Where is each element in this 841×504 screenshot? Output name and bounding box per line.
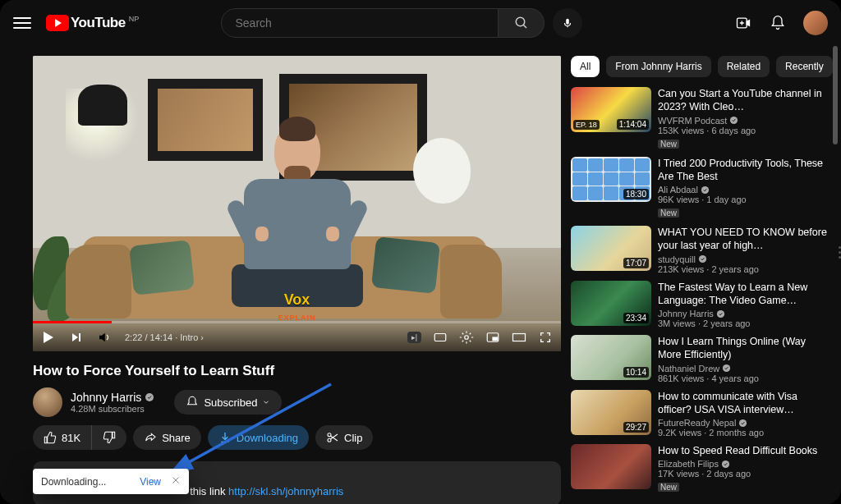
recommendation-channel: studyquill — [658, 254, 831, 264]
guide-menu-icon[interactable] — [13, 14, 31, 32]
channel-name[interactable]: Johnny Harris — [71, 391, 141, 404]
svg-point-13 — [701, 186, 709, 193]
duration-badge: 17:07 — [623, 258, 649, 268]
recommendation-channel: WVFRM Podcast — [658, 116, 831, 126]
recommendation-meta: 153K views · 6 days ago — [658, 126, 831, 135]
notifications-button[interactable] — [769, 14, 787, 32]
new-badge: New — [658, 208, 679, 218]
svg-point-12 — [730, 117, 738, 124]
recommendation-item[interactable]: 18:30 I Tried 200 Productivity Tools, Th… — [571, 157, 831, 220]
svg-point-14 — [699, 255, 706, 263]
duration-badge: 18:30 — [623, 189, 649, 199]
settings-button[interactable] — [459, 330, 474, 345]
verified-icon — [145, 392, 154, 402]
verified-icon — [738, 419, 747, 428]
youtube-logo[interactable]: YouTube NP — [46, 15, 139, 31]
like-button[interactable]: 81K — [33, 425, 92, 450]
verified-icon — [722, 364, 731, 373]
verified-icon — [701, 186, 710, 195]
recommendation-item[interactable]: 29:27 How to communicate with Visa offic… — [571, 390, 831, 438]
chip-recently[interactable]: Recently — [776, 56, 833, 77]
svg-rect-2 — [567, 19, 570, 25]
episode-tag: EP. 18 — [573, 120, 600, 130]
cc-icon — [433, 330, 448, 345]
svg-point-18 — [722, 460, 729, 468]
clip-button[interactable]: Clip — [315, 425, 373, 450]
svg-point-15 — [717, 309, 724, 317]
recommendation-meta: 17K views · 2 days ago — [658, 469, 831, 479]
watermark-vox: Vox — [284, 291, 310, 309]
fullscreen-button[interactable] — [538, 330, 553, 345]
new-badge: New — [658, 140, 679, 149]
recommendation-item[interactable]: 17:07 WHAT YOU NEED TO KNOW before your … — [571, 226, 831, 274]
scissors-icon — [326, 431, 339, 444]
video-title: How to Force Yourself to Learn Stuff — [33, 363, 561, 379]
recommendation-thumbnail: 29:27 — [571, 390, 651, 435]
miniplayer-button[interactable] — [485, 330, 500, 345]
recommendation-item[interactable]: EP. 18 1:14:04 Can you Start a YouTube c… — [571, 87, 831, 150]
bell-icon — [770, 15, 786, 31]
toast-close-button[interactable] — [171, 475, 181, 488]
recommendation-item[interactable]: 10:14 How I Learn Things Online (Way Mor… — [571, 335, 831, 383]
duration-badge: 10:14 — [623, 367, 649, 378]
next-button[interactable] — [69, 330, 84, 345]
create-button[interactable] — [734, 14, 752, 32]
svg-point-17 — [739, 419, 747, 426]
miniplayer-icon — [485, 330, 500, 345]
recommendation-meta: 96K views · 1 day ago — [658, 195, 831, 204]
scrollbar-thumb[interactable] — [833, 46, 838, 144]
svg-rect-7 — [493, 337, 497, 341]
recommendation-thumbnail: 10:14 — [571, 335, 651, 380]
verified-icon — [729, 116, 738, 125]
thumbs-up-icon — [44, 431, 57, 444]
play-icon — [44, 332, 53, 343]
bell-icon — [186, 396, 199, 409]
video-player[interactable]: Vox EXPLAIN 2:22 / 14:14 · Intro › ▸| — [33, 56, 561, 351]
recommendation-channel: Johnny Harris — [658, 309, 831, 318]
svg-rect-4 — [434, 334, 446, 341]
play-button[interactable] — [41, 330, 56, 345]
captions-button[interactable] — [433, 330, 448, 345]
volume-icon — [97, 330, 112, 345]
voice-search-button[interactable] — [553, 8, 582, 38]
recommendation-item[interactable]: 23:34 The Fastest Way to Learn a New Lan… — [571, 281, 831, 329]
region-tag: NP — [129, 15, 140, 23]
svg-line-1 — [523, 25, 526, 28]
chip-related[interactable]: Related — [718, 56, 770, 77]
verified-icon — [698, 254, 707, 263]
recommendation-thumbnail: 18:30 — [571, 157, 651, 202]
recommendation-meta: 9.2K views · 2 months ago — [658, 428, 831, 438]
toast-view-button[interactable]: View — [140, 476, 161, 488]
recommendation-meta: 3M views · 2 years ago — [658, 318, 831, 328]
recommendations-list: EP. 18 1:14:04 Can you Start a YouTube c… — [571, 87, 831, 493]
volume-button[interactable] — [97, 330, 112, 345]
theater-button[interactable] — [512, 330, 526, 345]
share-icon — [144, 431, 157, 444]
download-icon — [218, 431, 232, 444]
subscribe-button[interactable]: Subscribed — [174, 390, 282, 415]
fullscreen-icon — [539, 331, 552, 344]
svg-point-5 — [465, 336, 469, 340]
new-badge: New — [658, 483, 679, 492]
recommendation-item[interactable]: How to Speed Read Difficult Books Elizab… — [571, 444, 831, 493]
theater-icon — [512, 332, 526, 343]
chip-from-channel[interactable]: From Johnny Harris — [606, 56, 710, 77]
gear-icon — [459, 330, 474, 345]
recommendation-thumbnail: EP. 18 1:14:04 — [571, 87, 651, 132]
subscriber-count: 4.28M subscribers — [71, 404, 154, 414]
channel-avatar[interactable] — [33, 387, 62, 417]
chip-all[interactable]: All — [571, 56, 600, 77]
dislike-button[interactable] — [92, 425, 126, 450]
account-avatar[interactable] — [803, 11, 828, 35]
svg-rect-8 — [513, 334, 526, 341]
recommendation-meta: 213K views · 2 years ago — [658, 264, 831, 274]
download-button[interactable]: Downloading — [208, 425, 309, 450]
search-input[interactable] — [221, 8, 499, 38]
description-link[interactable]: http://skl.sh/johnnyharris — [228, 485, 343, 497]
play-icon — [46, 15, 69, 31]
autoplay-toggle[interactable]: ▸| — [407, 332, 421, 343]
search-button[interactable] — [499, 8, 545, 38]
filter-chips: All From Johnny Harris Related Recently — [571, 56, 831, 77]
player-controls: 2:22 / 14:14 · Intro › ▸| — [33, 323, 561, 351]
share-button[interactable]: Share — [133, 425, 201, 450]
